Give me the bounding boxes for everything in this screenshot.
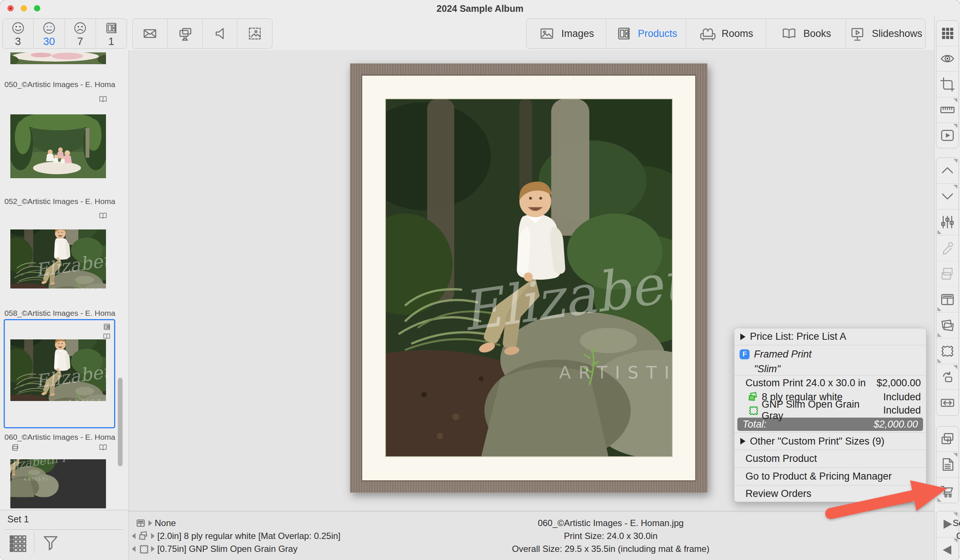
tab-products[interactable]: Products	[606, 19, 686, 48]
product-type-label: Framed Print	[754, 349, 811, 360]
frame-line-row[interactable]: GNP Slim Open Grain Gray Included	[734, 404, 926, 417]
view-tabs: Images Products Rooms Books Slideshows	[526, 18, 926, 49]
price-list-label: Price List: Price List A	[750, 331, 846, 342]
thumbnail-family[interactable]	[10, 114, 106, 178]
thumbnail-label: 052_©Artistic Images - E. Homa...	[5, 197, 115, 206]
tab-label: Books	[803, 28, 831, 40]
corner-badge	[938, 307, 942, 311]
template-status-row[interactable]: None	[136, 518, 176, 528]
chevron-up-icon	[939, 162, 956, 179]
happy-count: 3	[15, 36, 21, 47]
next-arrow-icon[interactable]	[151, 546, 155, 552]
set-name: Set 1	[7, 514, 29, 525]
images-tab-icon	[538, 25, 555, 42]
corner-badge	[954, 159, 957, 163]
order-document-button[interactable]	[936, 452, 958, 477]
framed-print-badge: F	[739, 349, 750, 359]
print-size-row[interactable]: Custom Print 24.0 x 30.0 in $2,000.00	[734, 375, 926, 390]
title-bar: 2024 Sample Album	[0, 0, 960, 16]
rooms-tab-icon	[699, 25, 715, 42]
book-icon	[98, 443, 108, 452]
thumbnail-panel: 050_©Artistic Images - E. Homa... 052_©A…	[0, 50, 129, 510]
disclosure-icon	[740, 333, 746, 340]
previous-button[interactable]	[936, 158, 958, 184]
window-title: 2024 Sample Album	[0, 0, 960, 16]
thumbnail-closeup[interactable]	[10, 459, 106, 508]
set-footer: Set 1	[0, 510, 129, 560]
mat-status-row[interactable]: [2.0in] 8 ply regular white [Mat Overlap…	[132, 531, 341, 541]
sad-count: 7	[77, 36, 83, 47]
thumbnail-partial[interactable]	[10, 53, 106, 64]
play-rect-icon	[939, 127, 956, 144]
sound-button[interactable]	[203, 19, 238, 48]
ornate-frame-button[interactable]	[936, 338, 958, 364]
preview-eye-button[interactable]	[936, 46, 958, 72]
thumbnail-boy[interactable]	[10, 230, 106, 289]
filter-rating-sad[interactable]: 7	[65, 19, 96, 48]
chevron-down-icon	[939, 188, 956, 205]
other-sizes-row[interactable]: Other "Custom Print" Sizes (9)	[734, 432, 926, 450]
thumbnail-scrollbar[interactable]	[118, 378, 123, 466]
crop-icon	[939, 76, 956, 93]
grid-view-icon	[939, 25, 956, 42]
framed-print-preview[interactable]	[350, 64, 707, 493]
add-copy-button[interactable]	[936, 426, 958, 452]
corner-badge	[954, 185, 957, 189]
shopping-cart-icon	[939, 482, 956, 499]
neutral-face-icon	[42, 21, 56, 35]
filter-rating-products[interactable]: 1	[96, 19, 126, 48]
filter-rating-neutral[interactable]: 30	[34, 19, 65, 48]
thumbnail-boy-selected[interactable]	[10, 340, 106, 401]
fit-width-button[interactable]	[936, 390, 958, 415]
prev-arrow-icon[interactable]	[132, 546, 136, 552]
grid-sets-icon[interactable]	[8, 534, 27, 552]
frame-status-row[interactable]: [0.75in] GNP Slim Open Grain Gray	[132, 544, 298, 554]
menu-review-orders[interactable]: Review Orders	[734, 485, 926, 502]
filter-rating-happy[interactable]: 3	[3, 19, 34, 48]
tab-images[interactable]: Images	[526, 19, 606, 48]
template-status: None	[155, 518, 176, 528]
tab-rooms[interactable]: Rooms	[686, 19, 766, 48]
filter-funnel-icon[interactable]	[42, 534, 60, 552]
next-arrow-icon[interactable]	[149, 520, 152, 526]
print-photo[interactable]	[386, 99, 672, 456]
next-arrow-icon[interactable]	[151, 533, 155, 539]
ornate-frame-icon	[939, 343, 956, 360]
tab-slideshows[interactable]: Slideshows	[846, 19, 925, 48]
stacked-products-icon	[10, 443, 20, 452]
image-select-icon	[246, 25, 263, 42]
overall-size-status: Overall Size: 29.5 x 35.5in (including m…	[482, 544, 740, 554]
frame-set-dropdown[interactable]: GNP Frame - Print	[782, 531, 960, 541]
crop-button[interactable]	[936, 72, 958, 97]
template-layout-button[interactable]	[936, 287, 958, 313]
email-button[interactable]	[133, 19, 168, 48]
dual-display-button[interactable]	[168, 19, 203, 48]
layout-mini-icon	[136, 518, 146, 528]
product-group-dropdown[interactable]: Custom Print	[782, 544, 960, 554]
play-preview-button[interactable]	[936, 123, 958, 148]
mat-status: [2.0in] 8 ply regular white [Mat Overlap…	[157, 531, 341, 541]
book-icon	[98, 94, 108, 104]
selected-thumbnail[interactable]	[4, 319, 115, 428]
corner-badge	[954, 99, 957, 102]
tab-label: Slideshows	[872, 28, 922, 40]
image-select-button	[237, 19, 272, 48]
tilted-frames-button[interactable]	[936, 313, 958, 338]
next-button[interactable]	[936, 184, 958, 209]
menu-custom-product[interactable]: Custom Product	[734, 450, 926, 467]
price-popup: Price List: Price List A F Framed Print …	[734, 328, 926, 502]
ruler-button[interactable]	[936, 97, 958, 123]
prev-arrow-icon[interactable]	[132, 533, 136, 539]
app-window: 2024 Sample Album 3 30 7 1	[0, 0, 960, 560]
price-list-row[interactable]: Price List: Price List A	[734, 328, 926, 345]
menu-item-label: Go to Product & Pricing Manager	[746, 471, 892, 482]
tab-label: Images	[561, 28, 594, 40]
ruler-icon	[939, 101, 956, 118]
menu-pricing-manager[interactable]: Go to Product & Pricing Manager	[734, 467, 926, 485]
rotate-button[interactable]	[936, 364, 958, 390]
grid-view-button[interactable]	[936, 21, 958, 46]
adjust-sliders-button[interactable]	[936, 209, 958, 235]
tab-books[interactable]: Books	[766, 19, 846, 48]
shopping-cart-button[interactable]	[936, 478, 958, 503]
products-icon	[104, 21, 118, 35]
